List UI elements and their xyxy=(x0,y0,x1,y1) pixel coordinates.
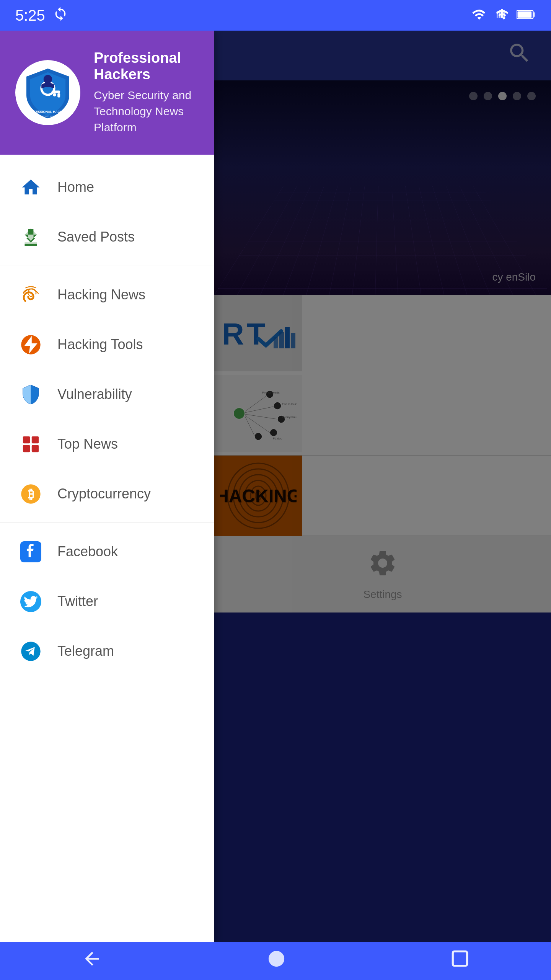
right-panel: cy enSilo R T xyxy=(214,31,551,942)
svg-text:PROFESSIONAL HACKERS: PROFESSIONAL HACKERS xyxy=(27,110,69,114)
sidebar-title-block: Professional Hackers Cyber Security andT… xyxy=(94,50,199,136)
home-button[interactable] xyxy=(266,948,287,974)
sidebar: PROFESSIONAL HACKERS ON SECURITY Profess… xyxy=(0,31,214,942)
status-right xyxy=(471,7,536,24)
svg-point-52 xyxy=(269,951,284,966)
recents-button[interactable] xyxy=(450,949,469,973)
status-left: 5:25 xyxy=(15,6,68,25)
lightning-icon xyxy=(19,333,42,356)
app-logo: PROFESSIONAL HACKERS ON SECURITY xyxy=(15,60,80,125)
vulnerability-label: Vulnerability xyxy=(57,386,132,402)
wifi-icon xyxy=(471,7,488,24)
sidebar-nav: Home Saved Posts xyxy=(0,155,214,942)
app-subtitle: Cyber Security andTechnology News Platfo… xyxy=(94,87,199,136)
cryptocurrency-label: Cryptocurrency xyxy=(57,486,151,502)
svg-text:₿: ₿ xyxy=(28,487,34,501)
sidebar-item-top-news[interactable]: Top News xyxy=(0,419,214,469)
svg-rect-16 xyxy=(23,436,29,443)
main-container: PROFESSIONAL HACKERS ON SECURITY Profess… xyxy=(0,31,551,942)
twitter-label: Twitter xyxy=(57,593,98,609)
signal-icon xyxy=(496,7,509,24)
hacking-news-label: Hacking News xyxy=(57,287,145,303)
divider-2 xyxy=(0,523,214,523)
battery-icon xyxy=(517,9,536,22)
twitter-icon xyxy=(19,590,42,613)
svg-rect-53 xyxy=(453,951,467,966)
svg-rect-9 xyxy=(57,93,60,97)
fingerprint-icon xyxy=(19,283,42,306)
sidebar-item-hacking-tools[interactable]: Hacking Tools xyxy=(0,320,214,369)
shield-icon xyxy=(19,383,42,406)
svg-rect-3 xyxy=(503,10,505,18)
status-bar: 5:25 xyxy=(0,0,551,31)
sidebar-item-hacking-news[interactable]: Hacking News xyxy=(0,270,214,320)
facebook-label: Facebook xyxy=(57,544,118,560)
telegram-label: Telegram xyxy=(57,643,114,659)
svg-text:ON SECURITY: ON SECURITY xyxy=(41,115,55,118)
sidebar-item-telegram[interactable]: Telegram xyxy=(0,626,214,676)
svg-rect-0 xyxy=(497,11,498,18)
right-panel-overlay xyxy=(214,31,551,942)
back-button[interactable] xyxy=(82,948,103,974)
nav-bar xyxy=(0,942,551,980)
svg-rect-1 xyxy=(499,10,500,18)
svg-point-11 xyxy=(44,75,52,83)
svg-rect-6 xyxy=(518,11,532,18)
home-icon xyxy=(19,176,42,199)
app-name: Professional Hackers xyxy=(94,50,199,83)
svg-rect-2 xyxy=(501,9,503,18)
sidebar-item-saved-posts[interactable]: Saved Posts xyxy=(0,212,214,262)
telegram-icon xyxy=(19,640,42,663)
hacking-tools-label: Hacking Tools xyxy=(57,336,143,353)
sidebar-item-facebook[interactable]: Facebook xyxy=(0,527,214,577)
sidebar-item-vulnerability[interactable]: Vulnerability xyxy=(0,369,214,419)
svg-rect-18 xyxy=(23,445,29,452)
svg-rect-10 xyxy=(53,93,56,96)
grid-icon xyxy=(19,433,42,456)
top-news-label: Top News xyxy=(57,436,118,452)
bitcoin-icon: ₿ xyxy=(19,482,42,505)
sync-icon xyxy=(53,6,68,25)
facebook-icon xyxy=(19,540,42,563)
svg-rect-5 xyxy=(533,12,535,17)
sidebar-item-home[interactable]: Home xyxy=(0,162,214,212)
svg-rect-8 xyxy=(52,90,60,93)
sidebar-header: PROFESSIONAL HACKERS ON SECURITY Profess… xyxy=(0,31,214,155)
saved-posts-label: Saved Posts xyxy=(57,229,135,245)
svg-rect-17 xyxy=(31,436,38,443)
divider-1 xyxy=(0,266,214,266)
download-icon xyxy=(19,225,42,248)
sidebar-item-twitter[interactable]: Twitter xyxy=(0,577,214,626)
svg-rect-19 xyxy=(31,445,38,452)
status-time: 5:25 xyxy=(15,7,45,24)
sidebar-item-cryptocurrency[interactable]: ₿ Cryptocurrency xyxy=(0,469,214,519)
home-label: Home xyxy=(57,179,94,195)
